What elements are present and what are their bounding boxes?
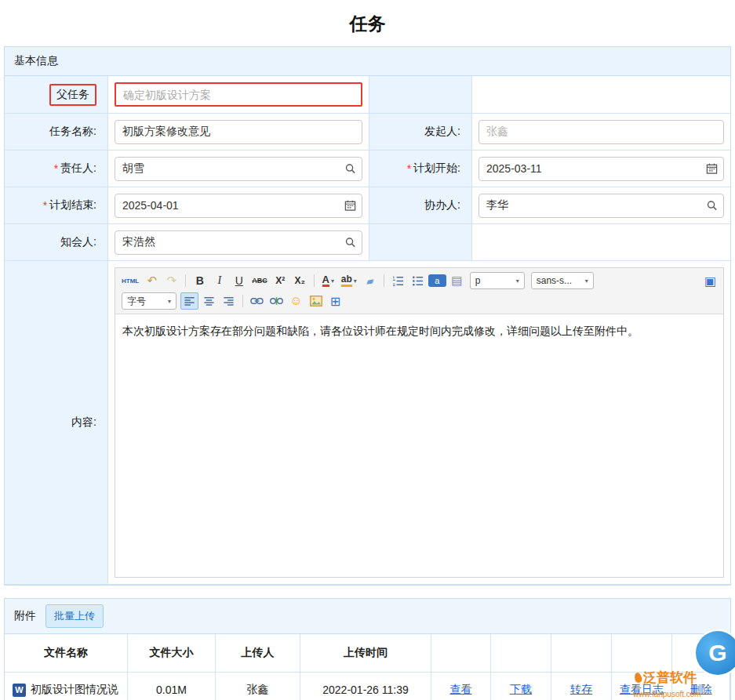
paragraph-format-select[interactable]: p ▾ bbox=[470, 272, 525, 289]
delete-link[interactable]: 删除 bbox=[690, 683, 712, 697]
file-name-text: 初版设计图情况说 bbox=[31, 683, 118, 697]
emoticon-icon[interactable]: ☺ bbox=[287, 292, 305, 310]
download-cell: 下载 bbox=[491, 673, 551, 700]
unlink-icon[interactable] bbox=[267, 292, 286, 310]
transfer-link[interactable]: 转存 bbox=[570, 683, 592, 697]
required-mark: * bbox=[54, 162, 58, 175]
parent-task-value-cell bbox=[108, 76, 369, 114]
anchor-button[interactable]: a bbox=[428, 274, 446, 287]
font-size-value: 字号 bbox=[127, 295, 146, 308]
insert-link-icon[interactable] bbox=[248, 292, 266, 310]
basic-info-panel: 基本信息 父任务 任务名称: 发起人: bbox=[4, 46, 731, 586]
view-log-link[interactable]: 查看日志 bbox=[620, 683, 664, 697]
responsible-input[interactable] bbox=[115, 157, 362, 181]
task-name-input[interactable] bbox=[115, 120, 362, 144]
html-source-button[interactable]: HTML bbox=[119, 272, 141, 289]
file-size-cell: 0.01M bbox=[128, 673, 216, 700]
align-center-icon[interactable] bbox=[200, 292, 218, 310]
chevron-down-icon: ▾ bbox=[168, 298, 171, 305]
header-actions-cell bbox=[612, 634, 672, 673]
align-left-icon[interactable] bbox=[180, 292, 198, 310]
highlight-letter: ab bbox=[341, 274, 352, 287]
initiator-value-cell bbox=[472, 114, 730, 151]
word-file-icon: W bbox=[13, 684, 26, 697]
strikethrough-button[interactable]: ABC bbox=[249, 272, 270, 289]
toolbar-separator bbox=[185, 274, 186, 287]
required-mark: * bbox=[407, 162, 411, 175]
italic-button[interactable]: I bbox=[210, 272, 228, 289]
basic-info-section-title: 基本信息 bbox=[14, 54, 58, 68]
header-actions-cell bbox=[431, 634, 491, 673]
upload-time-cell: 2022-01-26 11:39 bbox=[300, 673, 431, 700]
plan-start-label-cell: * 计划开始: bbox=[369, 151, 472, 187]
page-title: 任务 bbox=[0, 0, 735, 46]
initiator-input bbox=[478, 120, 724, 144]
superscript-button[interactable]: X² bbox=[271, 272, 289, 289]
empty-label-cell bbox=[369, 76, 472, 114]
task-name-label: 任务名称: bbox=[49, 125, 96, 139]
plan-end-input[interactable] bbox=[115, 194, 362, 218]
font-size-select[interactable]: 字号 ▾ bbox=[122, 292, 176, 310]
undo-icon[interactable]: ↶ bbox=[143, 272, 161, 289]
parent-task-input[interactable] bbox=[115, 82, 362, 107]
attachments-table: 文件名称 文件大小 上传人 上传时间 W 初版设计图情况说 0.01M 张鑫 2… bbox=[5, 634, 730, 700]
empty-value-cell bbox=[472, 76, 730, 114]
ordered-list-icon[interactable] bbox=[389, 272, 407, 289]
notify-input[interactable] bbox=[115, 230, 362, 255]
insert-image-icon[interactable] bbox=[307, 292, 325, 310]
editor-toolbar-row-1: HTML ↶ ↷ B I U ABC X² X₂ A ▾ bbox=[119, 270, 719, 291]
redo-icon[interactable]: ↷ bbox=[162, 272, 180, 289]
unordered-list-icon[interactable] bbox=[409, 272, 427, 289]
search-icon[interactable] bbox=[344, 163, 356, 175]
subscript-button[interactable]: X₂ bbox=[291, 272, 309, 289]
calendar-icon[interactable] bbox=[706, 163, 718, 175]
header-upload-time: 上传时间 bbox=[300, 634, 431, 673]
search-icon[interactable] bbox=[344, 237, 356, 248]
task-name-value-cell bbox=[108, 114, 369, 151]
header-file-size: 文件大小 bbox=[128, 634, 216, 673]
responsible-label-cell: * 责任人: bbox=[5, 151, 108, 187]
header-actions-cell bbox=[491, 634, 551, 673]
content-label-cell: 内容: bbox=[5, 261, 108, 585]
header-actions-cell bbox=[672, 634, 730, 673]
view-cell: 查看 bbox=[431, 673, 491, 700]
parent-task-label-cell: 父任务 bbox=[5, 76, 108, 114]
plan-start-input[interactable] bbox=[478, 157, 724, 181]
assist-label-cell: 协办人: bbox=[369, 187, 472, 224]
toolbar-separator bbox=[314, 274, 315, 287]
view-link[interactable]: 查看 bbox=[450, 683, 472, 697]
initiator-label: 发起人: bbox=[424, 125, 460, 139]
plan-start-label: 计划开始: bbox=[413, 161, 460, 176]
batch-upload-button[interactable]: 批量上传 bbox=[45, 604, 104, 628]
download-link[interactable]: 下载 bbox=[510, 683, 532, 697]
responsible-value-cell bbox=[108, 151, 369, 187]
notify-label-cell: 知会人: bbox=[5, 224, 108, 261]
view-log-cell: 查看日志 bbox=[612, 673, 672, 700]
editor-toolbar: HTML ↶ ↷ B I U ABC X² X₂ A ▾ bbox=[115, 268, 723, 314]
fullscreen-icon[interactable]: ▣ bbox=[701, 272, 719, 289]
highlight-color-button[interactable]: ab ▾ bbox=[339, 272, 359, 289]
notify-value-cell bbox=[108, 224, 369, 261]
content-label: 内容: bbox=[71, 415, 96, 430]
responsible-label: 责任人: bbox=[60, 161, 96, 176]
insert-table-icon[interactable]: ⊞ bbox=[326, 292, 344, 310]
remove-format-icon[interactable]: ▰ bbox=[359, 270, 380, 291]
required-mark: * bbox=[43, 199, 47, 212]
bold-button[interactable]: B bbox=[191, 272, 209, 289]
chevron-down-icon: ▾ bbox=[354, 277, 357, 285]
assist-input[interactable] bbox=[478, 194, 724, 218]
font-family-select[interactable]: sans-s... ▾ bbox=[531, 272, 594, 289]
chevron-down-icon: ▾ bbox=[331, 277, 334, 285]
font-color-button[interactable]: A ▾ bbox=[319, 272, 337, 289]
page-template-icon[interactable]: ▤ bbox=[448, 272, 466, 289]
search-icon[interactable] bbox=[706, 200, 718, 212]
underline-button[interactable]: U bbox=[230, 272, 248, 289]
empty-value-cell bbox=[472, 224, 730, 261]
editor-content[interactable]: 本次初版设计方案存在部分问题和缺陷，请各位设计师在规定时间内完成修改，详细问题以… bbox=[115, 314, 723, 577]
paragraph-format-value: p bbox=[475, 275, 481, 286]
toolbar-separator bbox=[242, 295, 243, 307]
font-family-value: sans-s... bbox=[537, 275, 572, 286]
align-right-icon[interactable] bbox=[220, 292, 238, 310]
calendar-icon[interactable] bbox=[344, 200, 356, 212]
editor-toolbar-row-2: 字号 ▾ bbox=[119, 291, 719, 311]
